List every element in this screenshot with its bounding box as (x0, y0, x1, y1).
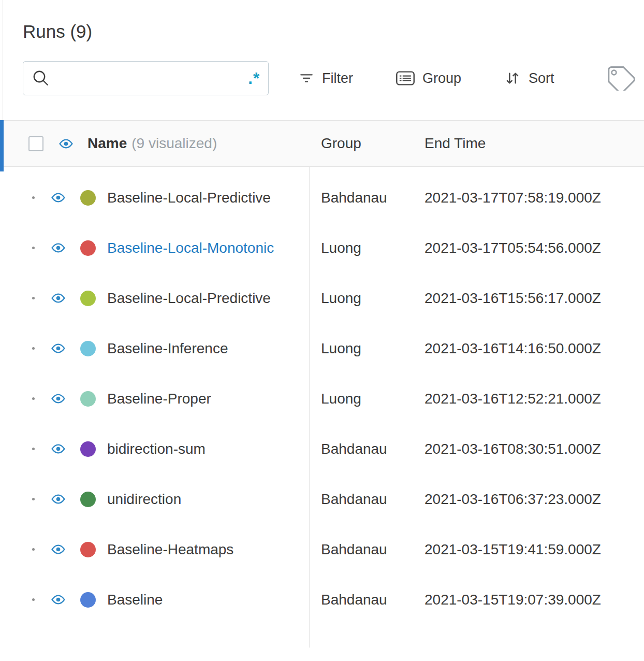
visibility-eye-icon[interactable] (50, 291, 67, 305)
drag-handle-dot[interactable] (32, 598, 35, 601)
run-name-link[interactable]: Baseline-Local-Predictive (107, 190, 271, 206)
run-color-dot (80, 441, 96, 457)
visibility-eye-icon[interactable] (50, 341, 67, 355)
run-group-cell: Bahdanau (309, 441, 412, 457)
visibility-all-eye-icon[interactable] (57, 137, 75, 151)
sort-button[interactable]: Sort (504, 69, 554, 87)
drag-handle-dot[interactable] (32, 247, 35, 249)
filter-button-label: Filter (322, 70, 353, 87)
run-name-link[interactable]: Baseline-Local-Predictive (107, 290, 271, 307)
drag-handle-dot[interactable] (32, 498, 35, 500)
table-row[interactable]: Baseline Bahdanau 2021-03-15T19:07:39.00… (0, 574, 644, 625)
run-name-cell: unidirection (0, 474, 309, 524)
left-border-line (3, 0, 3, 120)
drag-handle-dot[interactable] (32, 297, 35, 299)
select-all-checkbox[interactable] (28, 136, 43, 151)
run-end-time-cell: 2021-03-16T08:30:51.000Z (412, 441, 644, 457)
run-name-link[interactable]: unidirection (107, 491, 181, 508)
run-color-dot (80, 341, 96, 356)
visibility-eye-icon[interactable] (50, 191, 67, 205)
run-group-cell: Bahdanau (309, 491, 412, 508)
regex-toggle-icon[interactable]: .* (248, 70, 260, 87)
sort-arrows-icon (504, 69, 521, 87)
run-name-cell: Baseline-Local-Predictive (0, 273, 309, 323)
drag-handle-dot[interactable] (32, 397, 35, 400)
table-body: Baseline-Local-Predictive Bahdanau 2021-… (0, 167, 644, 625)
run-end-time-cell: 2021-03-17T07:58:19.000Z (412, 190, 644, 206)
run-end-time-cell: 2021-03-16T15:56:17.000Z (412, 290, 644, 307)
run-name-cell: Baseline-Local-Monotonic (0, 223, 309, 273)
visibility-eye-icon[interactable] (50, 542, 67, 556)
drag-handle-dot[interactable] (32, 548, 35, 551)
run-end-time-cell: 2021-03-17T05:54:56.000Z (412, 240, 644, 256)
run-color-dot (80, 492, 96, 507)
table-row[interactable]: Baseline-Heatmaps Bahdanau 2021-03-15T19… (0, 524, 644, 574)
run-color-dot (80, 190, 96, 206)
end-time-column-header[interactable]: End Time (412, 135, 644, 152)
name-column-header: Name (9 visualized) (0, 135, 309, 152)
run-end-time-cell: 2021-03-15T19:07:39.000Z (412, 592, 644, 608)
runs-panel: Runs (9) .* Filter Group (0, 0, 644, 661)
run-name-link[interactable]: Baseline-Heatmaps (107, 541, 233, 558)
table-row[interactable]: bidirection-sum Bahdanau 2021-03-16T08:3… (0, 424, 644, 474)
run-group-cell: Luong (309, 240, 412, 256)
visibility-eye-icon[interactable] (50, 442, 67, 456)
name-header-label[interactable]: Name (87, 135, 127, 152)
visibility-eye-icon[interactable] (50, 492, 67, 506)
filter-icon (298, 70, 315, 87)
run-name-cell: Baseline-Inference (0, 323, 309, 373)
search-input[interactable] (55, 70, 248, 87)
table-row[interactable]: Baseline-Local-Monotonic Luong 2021-03-1… (0, 223, 644, 273)
visibility-eye-icon[interactable] (50, 392, 67, 406)
table-header: Name (9 visualized) Group End Time (0, 120, 644, 167)
visibility-eye-icon[interactable] (50, 593, 67, 607)
drag-handle-dot[interactable] (32, 347, 35, 350)
run-group-cell: Luong (309, 340, 412, 357)
search-box[interactable]: .* (23, 61, 269, 95)
run-color-dot (80, 291, 96, 306)
run-color-dot (80, 592, 96, 608)
filter-button[interactable]: Filter (298, 70, 353, 87)
table-row[interactable]: Baseline-Inference Luong 2021-03-16T14:1… (0, 323, 644, 373)
group-list-icon (396, 70, 415, 87)
run-name-link[interactable]: bidirection-sum (107, 441, 206, 457)
run-end-time-cell: 2021-03-16T14:16:50.000Z (412, 340, 644, 357)
group-button-label: Group (422, 70, 461, 87)
tag-icon[interactable] (602, 66, 636, 91)
run-end-time-cell: 2021-03-15T19:41:59.000Z (412, 541, 644, 558)
run-color-dot (80, 391, 96, 407)
drag-handle-dot[interactable] (32, 196, 35, 199)
controls-row: .* Filter Group Sort (23, 61, 644, 95)
run-name-cell: bidirection-sum (0, 424, 309, 474)
panel-header: Runs (9) .* Filter Group (0, 0, 644, 120)
table-row[interactable]: Baseline-Local-Predictive Luong 2021-03-… (0, 273, 644, 323)
visualized-count-label: (9 visualized) (131, 135, 217, 152)
run-name-cell: Baseline-Heatmaps (0, 524, 309, 574)
run-group-cell: Luong (309, 391, 412, 407)
drag-handle-dot[interactable] (32, 448, 35, 450)
run-name-link[interactable]: Baseline-Inference (107, 340, 228, 357)
run-group-cell: Luong (309, 290, 412, 307)
run-end-time-cell: 2021-03-16T12:52:21.000Z (412, 391, 644, 407)
table-row[interactable]: Baseline-Proper Luong 2021-03-16T12:52:2… (0, 373, 644, 424)
run-name-cell: Baseline (0, 574, 309, 625)
run-name-cell: Baseline-Local-Predictive (0, 173, 309, 223)
table-row[interactable]: Baseline-Local-Predictive Bahdanau 2021-… (0, 173, 644, 223)
run-name-link[interactable]: Baseline-Proper (107, 391, 211, 407)
run-name-link[interactable]: Baseline (107, 592, 163, 608)
run-name-cell: Baseline-Proper (0, 373, 309, 424)
run-end-time-cell: 2021-03-16T06:37:23.000Z (412, 491, 644, 508)
run-name-link[interactable]: Baseline-Local-Monotonic (107, 240, 274, 256)
run-color-dot (80, 240, 96, 256)
run-group-cell: Bahdanau (309, 541, 412, 558)
table-row[interactable]: unidirection Bahdanau 2021-03-16T06:37:2… (0, 474, 644, 524)
group-column-header[interactable]: Group (309, 135, 412, 152)
selection-accent-strip (0, 120, 4, 171)
run-group-cell: Bahdanau (309, 190, 412, 206)
visibility-eye-icon[interactable] (50, 241, 67, 255)
run-color-dot (80, 542, 96, 557)
group-button[interactable]: Group (396, 70, 461, 87)
run-group-cell: Bahdanau (309, 592, 412, 608)
sort-button-label: Sort (529, 70, 554, 87)
column-divider[interactable] (309, 120, 310, 648)
